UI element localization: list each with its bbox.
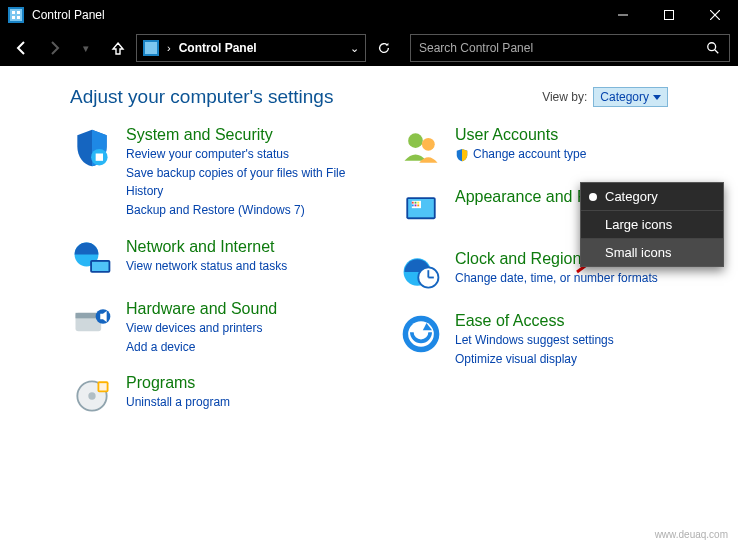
control-panel-icon: [8, 7, 24, 23]
svg-rect-15: [96, 154, 103, 161]
svg-rect-32: [415, 202, 417, 204]
svg-line-13: [715, 50, 719, 54]
breadcrumb[interactable]: Control Panel: [179, 41, 257, 55]
search-input[interactable]: [411, 35, 697, 61]
close-button[interactable]: [692, 0, 738, 30]
svg-rect-36: [417, 205, 419, 207]
category-item: Ease of AccessLet Windows suggest settin…: [399, 312, 708, 369]
title-bar: Control Panel: [0, 0, 738, 30]
svg-rect-1: [10, 9, 22, 21]
category-link[interactable]: Change account type: [455, 146, 586, 163]
back-button[interactable]: [8, 34, 36, 62]
svg-rect-34: [412, 205, 414, 207]
category-column-left: System and SecurityReview your computer'…: [70, 126, 379, 418]
category-icon: [399, 250, 443, 294]
svg-rect-11: [145, 42, 157, 54]
svg-rect-33: [417, 202, 419, 204]
svg-point-23: [88, 393, 95, 400]
category-title[interactable]: System and Security: [126, 126, 379, 144]
category-title[interactable]: Hardware and Sound: [126, 300, 277, 318]
category-link[interactable]: Change date, time, or number formats: [455, 270, 658, 287]
radio-icon: [589, 193, 597, 201]
view-by-label: View by:: [542, 90, 587, 104]
view-by-value: Category: [600, 90, 649, 104]
address-bar-icon: [143, 40, 159, 56]
category-icon: [399, 312, 443, 356]
category-link[interactable]: Add a device: [126, 339, 277, 356]
address-bar[interactable]: › Control Panel ⌄: [136, 34, 366, 62]
chevron-right-icon: ›: [167, 42, 171, 54]
category-item: System and SecurityReview your computer'…: [70, 126, 379, 220]
view-by-dropdown[interactable]: Category: [593, 87, 668, 107]
svg-rect-3: [17, 11, 20, 14]
page-title: Adjust your computer's settings: [70, 86, 333, 108]
category-icon: [70, 126, 114, 170]
category-item: ProgramsUninstall a program: [70, 374, 379, 418]
navigation-bar: ▾ › Control Panel ⌄: [0, 30, 738, 66]
category-link[interactable]: Review your computer's status: [126, 146, 379, 163]
view-by-menu: Category Large icons Small icons: [580, 182, 724, 267]
svg-rect-7: [665, 11, 674, 20]
category-column-right: User AccountsChange account typeAppearan…: [399, 126, 708, 418]
category-icon: [70, 374, 114, 418]
watermark: www.deuaq.com: [655, 529, 728, 540]
category-item: User AccountsChange account type: [399, 126, 708, 170]
chevron-down-icon[interactable]: ⌄: [350, 42, 359, 55]
category-link[interactable]: Uninstall a program: [126, 394, 230, 411]
radio-icon: [589, 221, 597, 229]
category-icon: [70, 238, 114, 282]
svg-point-26: [408, 133, 423, 148]
category-icon: [399, 188, 443, 232]
forward-button[interactable]: [40, 34, 68, 62]
svg-point-12: [708, 43, 716, 51]
window-title: Control Panel: [32, 8, 105, 22]
svg-rect-4: [12, 16, 15, 19]
svg-rect-31: [412, 202, 414, 204]
category-link[interactable]: View devices and printers: [126, 320, 277, 337]
category-link[interactable]: Let Windows suggest settings: [455, 332, 614, 349]
chevron-down-icon: [653, 95, 661, 100]
minimize-button[interactable]: [600, 0, 646, 30]
refresh-button[interactable]: [370, 34, 398, 62]
category-title[interactable]: Ease of Access: [455, 312, 614, 330]
recent-locations-button[interactable]: ▾: [72, 34, 100, 62]
search-button[interactable]: [697, 35, 729, 61]
category-item: Network and InternetView network status …: [70, 238, 379, 282]
content-area: Adjust your computer's settings View by:…: [0, 66, 738, 418]
search-box[interactable]: [410, 34, 730, 62]
category-icon: [399, 126, 443, 170]
radio-icon: [589, 249, 597, 257]
category-item: Hardware and SoundView devices and print…: [70, 300, 379, 357]
category-link[interactable]: Backup and Restore (Windows 7): [126, 202, 379, 219]
up-button[interactable]: [104, 34, 132, 62]
category-title[interactable]: Network and Internet: [126, 238, 287, 256]
svg-point-27: [422, 138, 435, 151]
svg-rect-2: [12, 11, 15, 14]
menu-item-small-icons[interactable]: Small icons: [581, 238, 723, 266]
menu-item-category[interactable]: Category: [581, 183, 723, 210]
category-link[interactable]: View network status and tasks: [126, 258, 287, 275]
category-icon: [70, 300, 114, 344]
svg-rect-25: [99, 384, 106, 391]
maximize-button[interactable]: [646, 0, 692, 30]
category-link[interactable]: Optimize visual display: [455, 351, 614, 368]
category-title[interactable]: Programs: [126, 374, 230, 392]
category-link[interactable]: Save backup copies of your files with Fi…: [126, 165, 379, 200]
svg-rect-5: [17, 16, 20, 19]
svg-rect-35: [415, 205, 417, 207]
category-title[interactable]: User Accounts: [455, 126, 586, 144]
svg-rect-18: [92, 261, 109, 270]
menu-item-large-icons[interactable]: Large icons: [581, 210, 723, 238]
